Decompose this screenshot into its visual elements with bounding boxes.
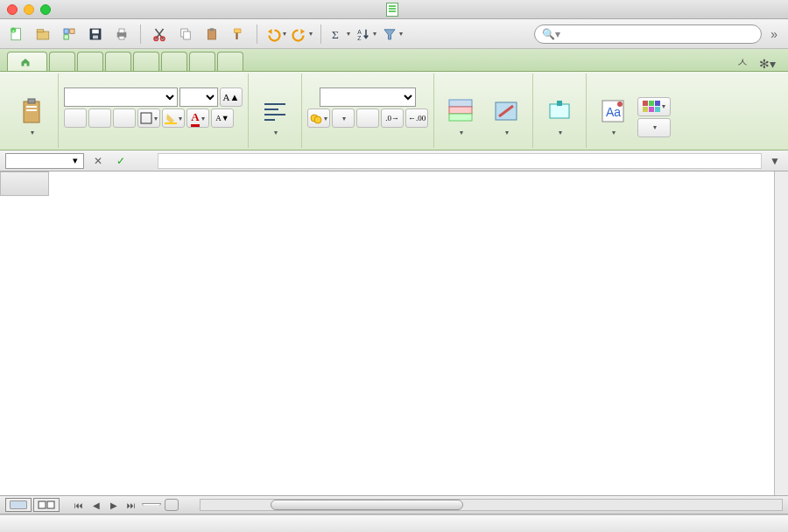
formula-bar: ▾ ✕ ✓ ▼ bbox=[0, 150, 788, 172]
cut-button[interactable] bbox=[148, 23, 171, 46]
currency-button[interactable] bbox=[307, 108, 330, 128]
status-bar bbox=[0, 514, 788, 532]
italic-button[interactable] bbox=[88, 108, 111, 128]
tab-layout[interactable] bbox=[49, 52, 75, 71]
sheet-tab-1[interactable] bbox=[142, 503, 161, 506]
svg-rect-5 bbox=[64, 29, 68, 33]
window-minimize-button[interactable] bbox=[24, 4, 34, 15]
group-edit bbox=[5, 74, 59, 148]
increase-decimal-button[interactable]: ←.00 bbox=[405, 108, 428, 128]
align-big-button[interactable] bbox=[254, 91, 296, 144]
first-sheet-button[interactable]: ⏮ bbox=[72, 499, 86, 511]
theme-fonts-button[interactable] bbox=[637, 118, 671, 137]
cancel-formula-button[interactable]: ✕ bbox=[89, 153, 107, 169]
svg-rect-23 bbox=[24, 102, 39, 122]
svg-rect-45 bbox=[655, 107, 660, 112]
cell-styles-button[interactable] bbox=[485, 91, 527, 144]
group-cells bbox=[533, 74, 587, 148]
svg-rect-49 bbox=[47, 501, 54, 508]
copy-button[interactable] bbox=[174, 23, 197, 46]
tab-charts[interactable] bbox=[105, 52, 131, 71]
underline-button[interactable] bbox=[113, 108, 136, 128]
shrink-font-button[interactable]: A▼ bbox=[211, 108, 234, 128]
tab-review[interactable] bbox=[217, 52, 243, 71]
percent-button[interactable] bbox=[332, 108, 355, 128]
autosum-button[interactable]: Σ bbox=[328, 23, 351, 46]
sort-button[interactable]: AZ bbox=[355, 23, 377, 46]
ribbon: A▲ A A▼ bbox=[0, 72, 788, 150]
svg-rect-43 bbox=[643, 107, 648, 112]
svg-text:Z: Z bbox=[357, 34, 361, 40]
group-styles bbox=[434, 74, 533, 148]
overflow-button[interactable]: » bbox=[765, 27, 783, 41]
theme-colors-button[interactable] bbox=[637, 97, 671, 116]
expand-formula-button[interactable]: ▼ bbox=[767, 155, 783, 167]
accept-formula-button[interactable]: ✓ bbox=[112, 153, 130, 169]
svg-point-39 bbox=[617, 102, 623, 107]
search-box[interactable]: 🔍▾ bbox=[534, 24, 762, 44]
font-size-select[interactable] bbox=[179, 88, 218, 107]
theme-icon: Aa bbox=[599, 97, 627, 125]
page-layout-view-button[interactable] bbox=[33, 498, 60, 512]
svg-text:Aa: Aa bbox=[606, 105, 621, 119]
svg-rect-42 bbox=[655, 101, 660, 106]
fill-color-button[interactable] bbox=[162, 108, 185, 128]
redo-button[interactable] bbox=[291, 23, 313, 46]
svg-rect-36 bbox=[557, 101, 562, 106]
ribbon-settings-button[interactable]: ✻▾ bbox=[754, 57, 781, 71]
normal-view-button[interactable] bbox=[5, 498, 32, 512]
svg-rect-26 bbox=[26, 109, 37, 111]
open-button[interactable] bbox=[32, 23, 54, 46]
formula-input[interactable] bbox=[158, 153, 762, 169]
format-painter-button[interactable] bbox=[227, 23, 250, 46]
themes-button[interactable]: Aa bbox=[592, 91, 634, 144]
search-input[interactable] bbox=[564, 28, 754, 40]
templates-button[interactable] bbox=[58, 23, 81, 46]
cell-grid[interactable] bbox=[49, 196, 788, 495]
tab-tables[interactable] bbox=[77, 52, 103, 71]
svg-rect-18 bbox=[208, 29, 216, 38]
tab-home[interactable] bbox=[7, 52, 47, 71]
filter-button[interactable] bbox=[381, 23, 404, 46]
next-sheet-button[interactable]: ▶ bbox=[107, 499, 121, 511]
window-zoom-button[interactable] bbox=[40, 4, 51, 15]
svg-rect-48 bbox=[39, 501, 46, 508]
paste-big-button[interactable] bbox=[11, 91, 53, 144]
collapse-ribbon-button[interactable]: ㅅ bbox=[731, 55, 754, 71]
font-color-button[interactable]: A bbox=[186, 108, 209, 128]
conditional-format-button[interactable] bbox=[440, 91, 482, 144]
tab-formulas[interactable] bbox=[161, 52, 187, 71]
paste-button[interactable] bbox=[201, 23, 223, 46]
select-all-corner[interactable] bbox=[0, 172, 49, 196]
decrease-decimal-button[interactable]: .0→ bbox=[381, 108, 404, 128]
add-sheet-button[interactable] bbox=[165, 499, 179, 511]
svg-rect-10 bbox=[93, 35, 98, 38]
horizontal-scrollbar[interactable] bbox=[200, 499, 783, 511]
undo-button[interactable] bbox=[264, 23, 287, 46]
group-alignment bbox=[249, 74, 302, 148]
tab-smartart[interactable] bbox=[133, 52, 159, 71]
save-button[interactable] bbox=[84, 23, 107, 46]
cell-actions-button[interactable] bbox=[538, 91, 580, 144]
group-themes: Aa bbox=[587, 74, 676, 148]
border-button[interactable] bbox=[137, 108, 160, 128]
column-headers bbox=[49, 172, 788, 196]
vertical-scrollbar[interactable] bbox=[774, 172, 788, 495]
tab-data[interactable] bbox=[189, 52, 215, 71]
bold-button[interactable] bbox=[64, 108, 87, 128]
print-button[interactable] bbox=[110, 23, 133, 46]
group-font: A▲ A A▼ bbox=[59, 74, 249, 148]
window-close-button[interactable] bbox=[7, 4, 18, 15]
font-family-select[interactable] bbox=[64, 88, 178, 107]
insert-function-button[interactable] bbox=[135, 153, 152, 169]
svg-rect-17 bbox=[184, 32, 191, 39]
comma-button[interactable] bbox=[356, 108, 379, 128]
last-sheet-button[interactable]: ⏭ bbox=[124, 499, 138, 511]
styles-icon bbox=[492, 97, 520, 125]
svg-rect-3 bbox=[37, 32, 49, 39]
number-format-select[interactable] bbox=[320, 88, 416, 107]
new-doc-button[interactable]: + bbox=[5, 23, 28, 46]
name-box[interactable]: ▾ bbox=[5, 153, 84, 169]
grow-font-button[interactable]: A▲ bbox=[220, 88, 243, 107]
prev-sheet-button[interactable]: ◀ bbox=[89, 499, 103, 511]
